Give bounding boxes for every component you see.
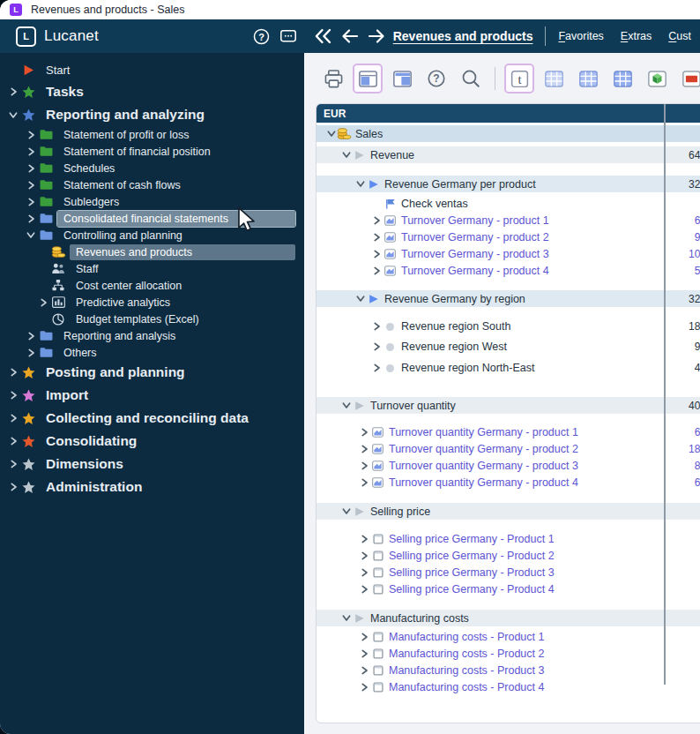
grid-medium-icon[interactable] bbox=[573, 64, 603, 94]
table-row-turnover-germany-product-4[interactable]: Turnover Germany - product 45.86 bbox=[316, 263, 700, 279]
sidebar-item-tasks[interactable]: Tasks bbox=[0, 80, 304, 103]
chevron-right-icon[interactable] bbox=[359, 568, 370, 577]
table-row-selling-price-germany-product-2[interactable]: Selling price Germany - Product 2 bbox=[316, 548, 700, 564]
chevron-right-icon[interactable] bbox=[371, 250, 383, 258]
chevron-down-icon[interactable] bbox=[340, 507, 352, 515]
sidebar-item-consolidating[interactable]: Consolidating bbox=[0, 430, 304, 453]
chevron-right-icon[interactable] bbox=[359, 428, 370, 437]
currency-column-header[interactable]: EUR bbox=[316, 108, 679, 120]
chevron-right-icon[interactable] bbox=[25, 181, 37, 190]
chevron-right-icon[interactable] bbox=[25, 147, 37, 156]
sidebar-item-statement-of-cash-flows[interactable]: Statement of cash flows bbox=[0, 176, 304, 193]
table-row-selling-price[interactable]: Selling price bbox=[316, 503, 700, 520]
sidebar-item-staff[interactable]: Staff bbox=[0, 260, 304, 277]
sidebar-item-revenues-and-products[interactable]: Revenues and products bbox=[0, 243, 304, 260]
text-cell-icon[interactable]: t bbox=[504, 64, 534, 94]
table-row-turnover-germany-product-1[interactable]: Turnover Germany - product 16.16 bbox=[316, 213, 700, 228]
menu-item-extras[interactable]: Extras bbox=[621, 30, 652, 42]
chevron-right-icon[interactable] bbox=[359, 535, 370, 543]
chevron-right-icon[interactable] bbox=[371, 216, 383, 225]
chevron-right-icon[interactable] bbox=[37, 298, 49, 307]
table-row-turnover-quantity-germany-product-3[interactable]: Turnover quantity Germany - product 38.3… bbox=[316, 458, 700, 474]
period-column-header[interactable]: 2 bbox=[679, 108, 700, 120]
sidebar-item-consolidated-financial-statements[interactable]: Consolidated financial statements bbox=[0, 210, 304, 227]
chevron-right-icon[interactable] bbox=[7, 391, 19, 400]
chevron-right-icon[interactable] bbox=[371, 233, 383, 242]
sidebar-item-predictive-analytics[interactable]: Predictive analytics bbox=[0, 294, 304, 311]
table-row-manufacturing-costs-product-3[interactable]: Manufacturing costs - Product 3 bbox=[316, 663, 700, 678]
printer-icon[interactable] bbox=[318, 64, 348, 94]
table-row-turnover-germany-product-3[interactable]: Turnover Germany - product 310.72 bbox=[316, 246, 700, 262]
table-row-check-ventas[interactable]: Check ventas bbox=[316, 196, 700, 212]
table-row-selling-price-germany-product-1[interactable]: Selling price Germany - Product 1 bbox=[316, 531, 700, 547]
chevron-right-icon[interactable] bbox=[359, 478, 370, 487]
table-row-turnover-germany-product-2[interactable]: Turnover Germany - product 29.63 bbox=[316, 229, 700, 245]
layout-right-panel-icon[interactable] bbox=[387, 64, 417, 94]
table-row-revenue-region-north-east[interactable]: Revenue region North-East4.53 bbox=[316, 360, 700, 376]
chevron-down-icon[interactable] bbox=[354, 180, 366, 188]
forward-arrow-icon[interactable] bbox=[365, 25, 388, 48]
sidebar-item-statement-of-financial-position[interactable]: Statement of financial position bbox=[0, 143, 304, 160]
sidebar-item-cost-center-allocation[interactable]: Cost center allocation bbox=[0, 277, 304, 294]
sidebar-item-statement-of-profit-or-loss[interactable]: Statement of profit or loss bbox=[0, 126, 304, 143]
chevron-right-icon[interactable] bbox=[371, 363, 383, 372]
table-row-revenue-germany-per-product[interactable]: Revenue Germany per product32.40 bbox=[316, 176, 700, 192]
chevron-down-icon[interactable] bbox=[340, 614, 352, 622]
sidebar-item-controlling-and-planning[interactable]: Controlling and planning bbox=[0, 227, 304, 243]
table-row-selling-price-germany-product-4[interactable]: Selling price Germany - Product 4 bbox=[316, 581, 700, 597]
table-row-revenue-region-west[interactable]: Revenue region West9.39 bbox=[316, 339, 700, 355]
sidebar-item-dimensions[interactable]: Dimensions bbox=[0, 453, 304, 476]
chevron-right-icon[interactable] bbox=[7, 483, 19, 491]
breadcrumb[interactable]: Revenues and products bbox=[393, 29, 533, 43]
sidebar-item-others[interactable]: Others bbox=[0, 344, 304, 361]
chevron-right-icon[interactable] bbox=[359, 551, 370, 560]
chevron-right-icon[interactable] bbox=[25, 131, 37, 139]
chevron-right-icon[interactable] bbox=[7, 460, 19, 468]
chevron-down-icon[interactable] bbox=[25, 231, 37, 239]
chevron-right-icon[interactable] bbox=[359, 666, 370, 675]
chevron-down-icon[interactable] bbox=[7, 111, 19, 119]
table-row-sales[interactable]: Sales bbox=[316, 125, 700, 142]
chevron-right-icon[interactable] bbox=[25, 164, 37, 173]
chevron-right-icon[interactable] bbox=[359, 633, 370, 641]
cube-icon[interactable] bbox=[642, 64, 672, 94]
chat-icon[interactable] bbox=[277, 25, 300, 48]
chevron-right-icon[interactable] bbox=[359, 461, 370, 470]
chevron-down-icon[interactable] bbox=[340, 401, 352, 409]
chevron-right-icon[interactable] bbox=[359, 649, 370, 658]
chevron-right-icon[interactable] bbox=[25, 214, 37, 223]
sidebar-item-collecting-and-reconciling-data[interactable]: Collecting and reconciling data bbox=[0, 407, 304, 430]
help-icon[interactable]: ? bbox=[250, 25, 273, 48]
chevron-right-icon[interactable] bbox=[359, 585, 370, 594]
sidebar-item-reporting-and-analysis[interactable]: Reporting and analysis bbox=[0, 327, 304, 344]
grid-strong-icon[interactable] bbox=[607, 64, 637, 94]
table-row-turnover-quantity-germany-product-2[interactable]: Turnover quantity Germany - product 218.… bbox=[316, 441, 700, 457]
chevron-right-icon[interactable] bbox=[359, 683, 370, 692]
chevron-right-icon[interactable] bbox=[25, 348, 37, 357]
chevron-down-icon[interactable] bbox=[325, 130, 337, 138]
help-circle-icon[interactable]: ? bbox=[421, 64, 451, 94]
sidebar-item-start[interactable]: Start bbox=[0, 60, 304, 80]
table-row-revenue-region-south[interactable]: Revenue region South18.46 bbox=[316, 318, 700, 334]
table-row-turnover-quantity[interactable]: Turnover quantity40.56 bbox=[316, 397, 700, 414]
sidebar-item-budget-templates-excel[interactable]: Budget templates (Excel) bbox=[0, 311, 304, 327]
table-row-manufacturing-costs-product-1[interactable]: Manufacturing costs - Product 1 bbox=[316, 629, 700, 645]
chevron-right-icon[interactable] bbox=[25, 332, 37, 341]
collapse-double-chevron-icon[interactable] bbox=[312, 25, 335, 48]
menu-item-cust[interactable]: Cust bbox=[668, 30, 691, 42]
sidebar-item-administration[interactable]: Administration bbox=[0, 476, 304, 498]
sidebar-item-import[interactable]: Import bbox=[0, 384, 304, 407]
sidebar-item-posting-and-planning[interactable]: Posting and planning bbox=[0, 361, 304, 384]
chevron-right-icon[interactable] bbox=[359, 445, 370, 453]
chevron-right-icon[interactable] bbox=[7, 368, 19, 377]
chevron-down-icon[interactable] bbox=[354, 295, 366, 303]
back-arrow-icon[interactable] bbox=[339, 25, 361, 48]
table-row-turnover-quantity-germany-product-4[interactable]: Turnover quantity Germany - product 46.9… bbox=[316, 475, 700, 491]
search-icon[interactable] bbox=[456, 64, 486, 94]
table-row-turnover-quantity-germany-product-1[interactable]: Turnover quantity Germany - product 16.2… bbox=[316, 424, 700, 440]
table-row-manufacturing-costs-product-4[interactable]: Manufacturing costs - Product 4 bbox=[316, 679, 700, 695]
table-row-revenue[interactable]: Revenue64.80 bbox=[316, 146, 700, 163]
red-cell-icon[interactable] bbox=[676, 64, 700, 94]
column-divider[interactable] bbox=[664, 104, 666, 685]
chevron-right-icon[interactable] bbox=[371, 342, 383, 351]
